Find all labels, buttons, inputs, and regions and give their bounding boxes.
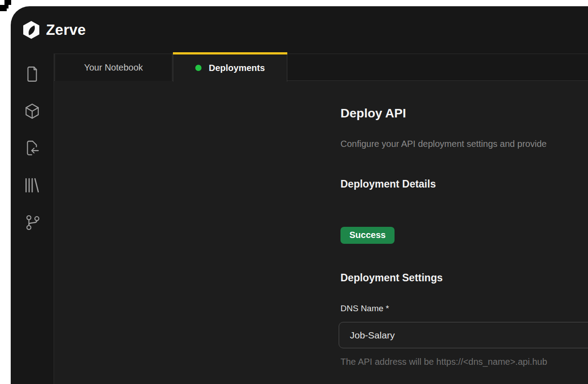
deployment-details-heading: Deployment Details <box>340 178 436 190</box>
app-header: Zerve <box>11 6 588 54</box>
app-window: Zerve <box>11 6 588 384</box>
sidebar-item-library[interactable] <box>23 176 42 195</box>
tab-label: Deployments <box>209 63 265 73</box>
zerve-logo-icon <box>22 21 40 39</box>
sidebar-item-versions[interactable] <box>23 213 42 232</box>
tab-bar: Your Notebook Deployments <box>54 54 588 81</box>
document-icon <box>23 65 42 83</box>
status-badge: Success <box>340 227 395 244</box>
dns-name-label: DNS Name * <box>340 304 389 313</box>
sidebar <box>11 54 54 384</box>
tab-your-notebook[interactable]: Your Notebook <box>55 54 172 81</box>
corner-pixel-decoration <box>5 5 8 8</box>
main-area: Your Notebook Deployments Deploy API Con… <box>54 54 588 384</box>
file-import-icon <box>23 139 42 158</box>
tab-deployments[interactable]: Deployments <box>173 54 287 82</box>
git-fork-icon <box>23 213 42 232</box>
deployment-status-dot <box>195 65 202 71</box>
page-description: Configure your API deployment settings a… <box>340 139 546 149</box>
corner-pixel-decoration <box>4 0 11 5</box>
window-body: Your Notebook Deployments Deploy API Con… <box>11 54 588 384</box>
active-tab-accent-bar <box>173 52 287 54</box>
library-icon <box>23 176 42 195</box>
sidebar-item-import[interactable] <box>23 139 42 158</box>
dns-name-input[interactable] <box>339 322 588 348</box>
deployment-settings-heading: Deployment Settings <box>340 272 443 284</box>
cube-icon <box>23 102 42 121</box>
sidebar-item-packages[interactable] <box>23 102 42 121</box>
tab-label: Your Notebook <box>84 63 143 73</box>
page-title: Deploy API <box>340 106 406 121</box>
deploy-api-panel: Deploy API Configure your API deployment… <box>54 81 588 384</box>
dns-helper-text: The API address will be https://<dns_nam… <box>340 357 547 367</box>
brand-name: Zerve <box>46 21 86 38</box>
sidebar-item-notebook[interactable] <box>23 65 42 83</box>
